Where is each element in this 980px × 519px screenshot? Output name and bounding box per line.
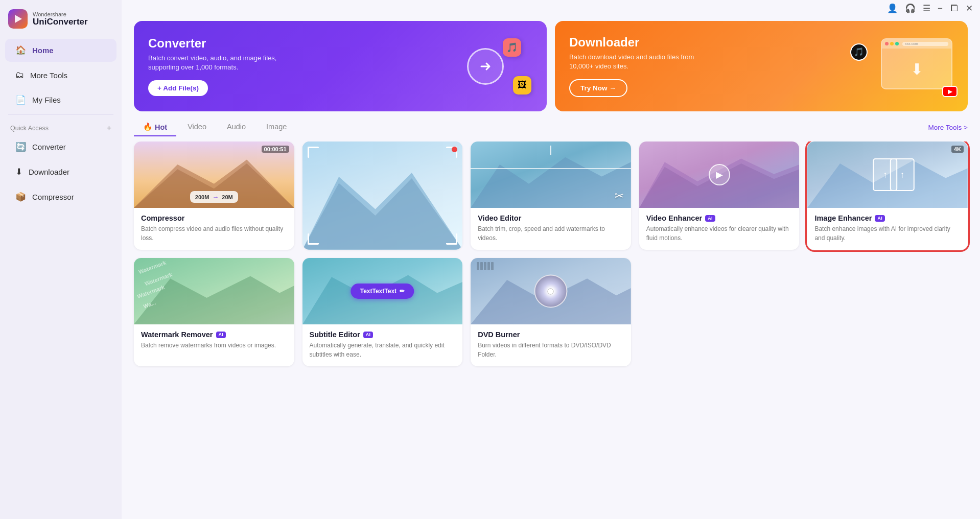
cut-line-h	[471, 168, 631, 169]
subtitle-editor-info: Subtitle Editor AI Automatically generat…	[302, 324, 463, 366]
profile-button[interactable]: 👤	[887, 3, 898, 14]
sidebar-item-more-tools-label: More Tools	[30, 71, 67, 80]
ai-badge-subtitle: AI	[363, 332, 374, 338]
record-corner-br	[446, 233, 457, 245]
converter-icon: 🔄	[15, 141, 26, 152]
video-editor-thumbnail: ✂	[471, 141, 631, 208]
logo-area: Wondershare UniConverter	[0, 0, 122, 38]
tool-card-compressor[interactable]: 00:00:51 200M → 20M Compressor Batch com…	[134, 141, 294, 250]
arrow-icon: →	[212, 193, 219, 201]
watermark-remover-title: Watermark Remover AI	[141, 331, 287, 339]
dvd-center-hole	[548, 288, 554, 294]
tool-grid: 00:00:51 200M → 20M Compressor Batch com…	[122, 141, 980, 376]
video-editor-title: Video Editor	[478, 214, 624, 222]
menu-button[interactable]: ☰	[923, 3, 930, 14]
app-logo-text: Wondershare UniConverter	[33, 11, 88, 27]
downloader-banner-text: Downloader Batch download video and audi…	[569, 35, 712, 97]
hero-banners: Converter Batch convert video, audio, an…	[122, 17, 980, 119]
sidebar-item-more-tools[interactable]: 🗂 More Tools	[5, 64, 116, 86]
downloader-banner-title: Downloader	[569, 35, 712, 50]
dvd-burner-desc: Burn videos in different formats to DVD/…	[478, 341, 624, 359]
ai-badge-video-enhancer: AI	[705, 215, 715, 222]
ai-badge-watermark: AI	[216, 332, 226, 338]
quick-access-add-button[interactable]: +	[107, 124, 111, 132]
youtube-icon: ▶	[942, 86, 958, 97]
tab-video[interactable]: Video	[178, 119, 216, 136]
watermark-remover-desc: Batch remove watermarks from videos or i…	[141, 341, 287, 350]
converter-banner[interactable]: Converter Batch convert video, audio, an…	[134, 21, 547, 111]
record-corner-tl	[308, 147, 319, 158]
brand-name: Wondershare	[33, 11, 88, 17]
converter-add-files-button[interactable]: + Add File(s)	[148, 80, 208, 96]
converter-banner-text: Converter Batch convert video, audio, an…	[148, 36, 291, 96]
playhead-icon	[550, 146, 551, 155]
titlebar: 👤 🎧 ☰ − ⧠ ✕	[122, 0, 980, 17]
dvd-burner-info: DVD Burner Burn videos in different form…	[471, 324, 631, 366]
svg-marker-0	[15, 15, 22, 23]
downloader-banner[interactable]: Downloader Batch download video and audi…	[555, 21, 968, 111]
maximize-button[interactable]: ⧠	[950, 4, 959, 14]
sidebar-item-my-files[interactable]: 📄 My Files	[5, 88, 116, 111]
compressor-title: Compressor	[141, 214, 287, 222]
sidebar-item-converter-label: Converter	[32, 143, 66, 151]
sidebar-item-home[interactable]: 🏠 Home	[5, 39, 116, 62]
image-enhancer-desc: Batch enhance images with AI for improve…	[814, 225, 961, 243]
dvd-burner-thumbnail	[471, 258, 631, 324]
sidebar-item-home-label: Home	[32, 46, 54, 55]
tool-card-video-editor[interactable]: ✂ Video Editor Batch trim, crop, speed a…	[471, 141, 631, 250]
tool-tabs: 🔥 Hot Video Audio Image	[134, 119, 296, 136]
my-files-icon: 📄	[15, 95, 26, 105]
downloader-banner-desc: Batch download video and audio files fro…	[569, 53, 712, 71]
close-button[interactable]: ✕	[966, 3, 973, 14]
sidebar-item-converter[interactable]: 🔄 Converter	[5, 135, 116, 158]
sidebar: Wondershare UniConverter 🏠 Home 🗂 More T…	[0, 0, 122, 519]
minimize-button[interactable]: −	[938, 4, 943, 14]
tool-card-dvd-burner[interactable]: DVD Burner Burn videos in different form…	[471, 258, 631, 366]
more-tools-icon: 🗂	[15, 70, 24, 80]
dvd-disc	[534, 275, 567, 308]
downloader-illustration: xxx.com ⬇ 🎵 ▶	[850, 21, 968, 111]
product-name: UniConverter	[33, 17, 88, 27]
watermark-remover-info: Watermark Remover AI Batch remove waterm…	[134, 324, 294, 357]
support-button[interactable]: 🎧	[905, 3, 916, 14]
sidebar-item-downloader[interactable]: ⬇ Downloader	[5, 160, 116, 183]
converter-banner-desc: Batch convert video, audio, and image fi…	[148, 54, 291, 72]
home-icon: 🏠	[15, 45, 26, 56]
dvd-burner-title: DVD Burner	[478, 331, 624, 339]
play-button-circle: ▶	[709, 164, 730, 185]
up-arrow-left: ↑	[883, 170, 888, 180]
tab-audio[interactable]: Audio	[218, 119, 255, 136]
image-icon: 🖼	[513, 76, 531, 95]
converter-illustration: 🎵 🖼	[434, 21, 547, 111]
tiktok-icon: 🎵	[850, 43, 868, 61]
subtitle-editor-desc: Automatically generate, translate, and q…	[310, 341, 456, 359]
screen-recorder-thumbnail	[302, 141, 463, 250]
tool-card-subtitle-editor[interactable]: TextTextText ✏ Subtitle Editor AI Automa…	[302, 258, 463, 366]
enhance-box-right: ↑	[890, 158, 915, 191]
tab-image[interactable]: Image	[257, 119, 296, 136]
svg-marker-9	[134, 276, 294, 325]
tab-hot[interactable]: 🔥 Hot	[134, 119, 176, 136]
subtitle-text: TextTextText	[360, 288, 396, 295]
more-tools-link[interactable]: More Tools >	[928, 124, 968, 131]
subtitle-editor-title: Subtitle Editor AI	[310, 331, 456, 339]
downloader-try-now-button[interactable]: Try Now →	[569, 79, 627, 97]
svg-marker-10	[302, 275, 463, 324]
tool-card-watermark-remover[interactable]: Watermark Watermark Watermark Wa... Wate…	[134, 258, 294, 366]
tool-card-video-enhancer[interactable]: ▶ Video Enhancer AI Automatically enhanc…	[639, 141, 800, 250]
image-enhancer-title: Image Enhancer AI	[814, 214, 961, 222]
tool-card-screen-recorder[interactable]: Screen Recorder 1:1 quality screen recor…	[302, 141, 463, 250]
compressor-desc: Batch compress video and audio files wit…	[141, 225, 287, 243]
video-editor-desc: Batch trim, crop, speed and add watermar…	[478, 225, 624, 243]
sidebar-item-my-files-label: My Files	[32, 96, 61, 104]
sidebar-item-compressor[interactable]: 📦 Compressor	[5, 185, 116, 208]
subtitle-pill: TextTextText ✏	[351, 284, 414, 299]
record-corner-bl	[308, 233, 319, 245]
ai-badge-image-enhancer: AI	[875, 215, 885, 222]
tool-card-image-enhancer[interactable]: ↑ ↑ 4K Image Enhancer AI Batch enhance i…	[807, 141, 968, 250]
up-arrow-right: ↑	[900, 170, 904, 180]
sidebar-item-downloader-label: Downloader	[29, 168, 69, 176]
quick-access-header: Quick Access +	[0, 117, 122, 134]
scissors-icon: ✂	[615, 190, 624, 203]
quick-access-label: Quick Access	[10, 125, 49, 132]
